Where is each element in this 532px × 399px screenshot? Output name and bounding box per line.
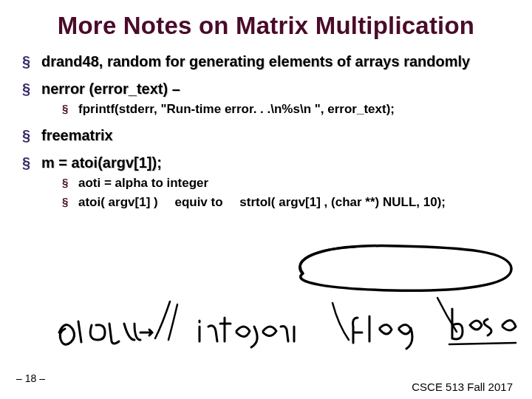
- bullet-text: m = atoi(argv[1]);: [41, 154, 162, 171]
- bullet-item: nerror (error_text) – fprintf(stderr, "R…: [22, 81, 510, 117]
- bullet-item: freematrix: [22, 127, 510, 144]
- sub-text: fprintf(stderr, "Run-time error. . .\n%s…: [78, 102, 395, 116]
- slide-title: More Notes on Matrix Multiplication: [22, 12, 510, 40]
- sub-equiv: equiv to: [174, 195, 222, 209]
- sub-item: atoi( argv[1] ) equiv to strtol( argv[1]…: [62, 195, 510, 210]
- ink-word-integer: [192, 310, 310, 355]
- sub-text-a: atoi( argv[1] ): [78, 195, 158, 209]
- bullet-item: drand48, random for generating elements …: [22, 53, 510, 70]
- sub-text: aoti = alpha to integer: [78, 176, 208, 190]
- bullet-text: freematrix: [41, 127, 113, 143]
- course-footer: CSCE 513 Fall 2017: [412, 381, 513, 393]
- sub-list: fprintf(stderr, "Run-time error. . .\n%s…: [41, 102, 510, 117]
- ink-circle: [281, 240, 517, 299]
- ink-connector: [429, 292, 466, 344]
- sub-item: aoti = alpha to integer: [62, 176, 510, 191]
- sub-text-b: strtol( argv[1] , (char **) NULL, 10);: [239, 195, 446, 209]
- slide-number: – 18 –: [16, 372, 45, 384]
- sub-list: aoti = alpha to integer atoi( argv[1] ) …: [41, 176, 510, 210]
- sub-item: fprintf(stderr, "Run-time error. . .\n%s…: [62, 102, 510, 117]
- bullet-item: m = atoi(argv[1]); aoti = alpha to integ…: [22, 154, 510, 210]
- bullet-text: drand48, random for generating elements …: [41, 53, 470, 69]
- ink-connector: [325, 296, 362, 355]
- bullet-list: drand48, random for generating elements …: [22, 53, 510, 210]
- ink-word-base: [443, 303, 525, 355]
- slide: More Notes on Matrix Multiplication dran…: [0, 0, 532, 399]
- ink-word-alpha: [52, 310, 155, 355]
- bullet-text: nerror (error_text) –: [41, 81, 180, 97]
- ink-connector: [148, 296, 192, 355]
- ink-word-flag: [347, 310, 429, 355]
